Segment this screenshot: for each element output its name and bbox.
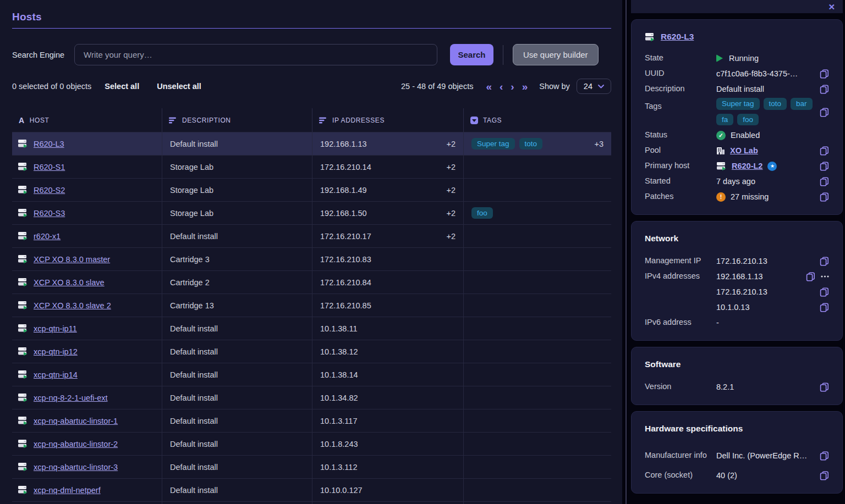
copy-ipv4-button[interactable] [820, 303, 829, 312]
table-row[interactable]: R620-L3Default install192.168.1.13+2Supe… [12, 132, 611, 155]
table-row[interactable]: xcp-qtn-ip11Default install10.1.38.11 [12, 317, 611, 340]
tags-more-count: +3 [594, 140, 603, 148]
table-row[interactable]: xcp-qtn-ip14Default install10.1.38.14 [12, 363, 611, 386]
host-link[interactable]: xcp-nq-8-2-1-uefi-ext [34, 394, 108, 402]
host-tags [464, 502, 611, 504]
last-page-button[interactable]: » [518, 81, 532, 92]
page-size-value: 24 [584, 82, 592, 91]
description-value: Default install [716, 85, 764, 93]
server-icon [18, 208, 28, 218]
host-ip: 10.1.8.243 [320, 440, 358, 448]
copy-pool-button[interactable] [820, 146, 829, 156]
ipv6-row: IPv6 address - [645, 315, 829, 330]
copy-version-button[interactable] [820, 383, 829, 392]
host-link[interactable]: xcp-nq-abartuc-linstor-1 [34, 417, 118, 425]
column-header-description[interactable]: DESCRIPTION [162, 108, 312, 132]
copy-primary-host-button[interactable] [820, 162, 829, 171]
panel-host-link[interactable]: R620-L3 [661, 32, 694, 42]
copy-manufacturer-button[interactable] [820, 451, 829, 461]
software-card: Software Version 8.2.1 [631, 347, 843, 405]
select-all-button[interactable]: Select all [105, 82, 139, 91]
host-description: Storage Lab [162, 179, 312, 201]
host-link[interactable]: xcp-nq-abartuc-linstor-2 [34, 440, 118, 448]
host-tags [464, 248, 611, 270]
host-link[interactable]: R620-S3 [34, 209, 65, 218]
primary-host-link[interactable]: R620-L2 [732, 162, 762, 170]
tag-select-icon [470, 117, 478, 124]
copy-started-button[interactable] [820, 177, 829, 186]
query-builder-button[interactable]: Use query builder [513, 44, 599, 65]
table-row[interactable]: xcp-nq-abartuc-linstor-2Default install1… [12, 432, 611, 455]
previous-page-button[interactable]: ‹ [496, 81, 507, 92]
table-row[interactable]: R620-S1Storage Lab172.16.210.14+2 [12, 155, 611, 178]
copy-icon [820, 146, 829, 156]
host-link[interactable]: R620-L3 [34, 140, 64, 148]
host-link[interactable]: XCP XO 8.3.0 master [34, 255, 110, 264]
table-row[interactable]: XCP XO 8.3.0 slave 2Cartridge 13172.16.2… [12, 293, 611, 317]
tags-row: Tags Super tagtotobarfafoo [645, 97, 829, 128]
copy-icon [820, 108, 829, 117]
search-engine-label: Search Engine [12, 51, 74, 59]
host-tags: Super tagtoto+3 [464, 132, 611, 155]
column-header-tags[interactable]: TAGS [464, 108, 611, 132]
copy-management-ip-button[interactable] [820, 257, 829, 266]
table-row[interactable]: XCP XO 8.3.0 masterCartridge 3172.16.210… [12, 247, 611, 270]
host-description: Default install [162, 456, 312, 478]
column-header-host[interactable]: A HOST [12, 108, 162, 132]
table-row[interactable]: r620-x1Default install172.16.210.17+2 [12, 224, 611, 247]
copy-core-socket-button[interactable] [820, 471, 829, 480]
host-link[interactable]: XCP XO 8.3.0 slave [34, 278, 105, 287]
copy-uuid-button[interactable] [820, 69, 829, 79]
host-link[interactable]: R620-S1 [34, 163, 65, 171]
host-link[interactable]: R620-S2 [34, 186, 65, 195]
copy-ipv4-button[interactable] [820, 287, 829, 297]
host-link[interactable]: xcp-nq-abartuc-linstor-3 [34, 463, 118, 472]
table-row[interactable]: xcp-nq-8-2-1-uefi-extDefault install10.1… [12, 386, 611, 409]
server-icon [18, 162, 28, 171]
host-link[interactable]: r620-x1 [34, 232, 61, 241]
hosts-table: A HOST DESCRIPTION IP ADDRESSES TAGS [12, 108, 611, 504]
table-row[interactable]: xcp-nq-abartuc-linstor-3Default install1… [12, 455, 611, 478]
column-label: TAGS [483, 117, 502, 124]
copy-icon [820, 383, 829, 392]
tag-pill: toto [764, 98, 787, 110]
unselect-all-button[interactable]: Unselect all [157, 82, 201, 91]
host-link[interactable]: xcp-nq-dml-netperf [34, 486, 101, 495]
page-size-select[interactable]: 24 [577, 79, 611, 94]
table-row[interactable]: xcp-nq-dml-netperfDefault install10.10.0… [12, 478, 611, 501]
selection-summary: 0 selected of 0 objects [12, 82, 91, 91]
host-link[interactable]: xcp-qtn-ip14 [34, 370, 78, 379]
show-by-label: Show by [539, 82, 570, 91]
host-description: Default install [162, 132, 312, 155]
copy-description-button[interactable] [820, 85, 829, 94]
next-page-button[interactable]: › [507, 81, 518, 92]
host-link[interactable]: xcp-qtn-ip11 [34, 324, 77, 333]
column-header-ip-addresses[interactable]: IP ADDRESSES [312, 108, 464, 132]
table-row[interactable]: xcp-nq-qln3Default install10.1.2.139 [12, 501, 611, 504]
search-button[interactable]: Search [450, 44, 493, 65]
close-icon[interactable]: ✕ [828, 3, 835, 11]
host-ip: 10.1.38.12 [320, 347, 358, 356]
copy-patches-button[interactable] [820, 192, 829, 202]
ipv6-label: IPv6 address [645, 317, 716, 328]
copy-ipv4-button[interactable] [806, 272, 815, 281]
button-divider [503, 45, 503, 65]
search-input[interactable] [74, 44, 437, 65]
first-page-button[interactable]: « [482, 81, 496, 92]
pool-link[interactable]: XO Lab [730, 146, 758, 155]
copy-icon [820, 303, 829, 312]
table-row[interactable]: R620-S2Storage Lab192.168.1.49+2 [12, 178, 611, 201]
ipv4-address: 172.16.210.13 [716, 287, 767, 296]
table-row[interactable]: xcp-nq-abartuc-linstor-1Default install1… [12, 409, 611, 432]
server-icon [18, 231, 28, 241]
host-link[interactable]: xcp-qtn-ip12 [34, 347, 78, 356]
network-title: Network [645, 234, 829, 243]
table-row[interactable]: XCP XO 8.3.0 slaveCartridge 2172.16.210.… [12, 270, 611, 293]
table-row[interactable]: xcp-qtn-ip12Default install10.1.38.12 [12, 340, 611, 363]
table-row[interactable]: R620-S3Storage Lab192.168.1.50+2foo [12, 201, 611, 224]
host-description: Default install [162, 479, 312, 501]
more-actions-icon[interactable] [821, 275, 829, 278]
copy-tags-button[interactable] [820, 108, 829, 117]
host-link[interactable]: XCP XO 8.3.0 slave 2 [34, 301, 111, 310]
server-icon [18, 278, 28, 287]
